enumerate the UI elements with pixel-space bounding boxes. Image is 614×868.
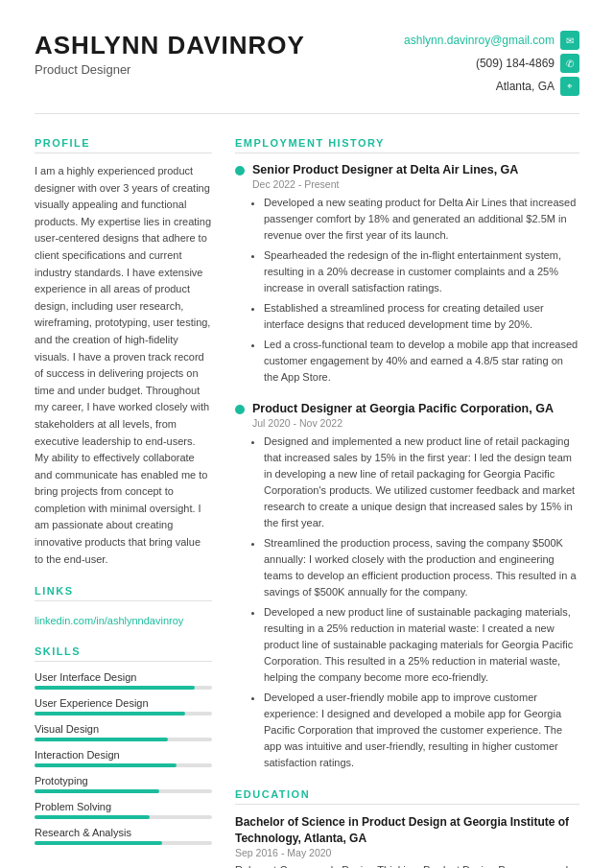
job-title-line: Product Designer at Georgia Pacific Corp… bbox=[235, 402, 579, 415]
skill-name: Research & Analysis bbox=[35, 827, 212, 838]
job-bullet: Streamlined the production process, savi… bbox=[264, 535, 579, 600]
skill-name: Visual Design bbox=[35, 723, 212, 735]
location-contact: Atlanta, GA ⌖ bbox=[496, 77, 579, 96]
phone-text: (509) 184-4869 bbox=[476, 57, 555, 70]
education-section-title: EDUCATION bbox=[235, 788, 579, 805]
job-bullet: Developed a user-friendly mobile app to … bbox=[264, 690, 579, 771]
skill-bar-fill bbox=[35, 686, 195, 690]
skill-bar-bg bbox=[35, 763, 212, 767]
resume-container: ASHLYNN DAVINROY Product Designer ashlyn… bbox=[0, 0, 614, 868]
skill-name: User Interface Design bbox=[35, 671, 212, 683]
employment-section-title: EMPLOYMENT HISTORY bbox=[235, 137, 579, 153]
email-link[interactable]: ashlynn.davinroy@gmail.com bbox=[404, 34, 555, 47]
education-entry: Bachelor of Science in Product Design at… bbox=[235, 814, 579, 868]
location-icon: ⌖ bbox=[560, 77, 579, 96]
skill-bar-fill bbox=[35, 712, 185, 716]
header-left: ASHLYNN DAVINROY Product Designer bbox=[35, 31, 305, 77]
job-date: Dec 2022 - Present bbox=[252, 178, 579, 190]
edu-degree: Bachelor of Science in Product Design at… bbox=[235, 814, 579, 847]
job-title: Product Designer at Georgia Pacific Corp… bbox=[252, 402, 554, 415]
job-entry: Product Designer at Georgia Pacific Corp… bbox=[235, 402, 579, 772]
job-dot bbox=[235, 166, 245, 176]
skill-bar-fill bbox=[35, 789, 159, 793]
left-column: PROFILE I am a highly experienced produc… bbox=[35, 137, 212, 868]
skills-section-title: SKILLS bbox=[35, 645, 212, 662]
location-text: Atlanta, GA bbox=[496, 80, 555, 93]
skill-item: Prototyping bbox=[35, 775, 212, 793]
header: ASHLYNN DAVINROY Product Designer ashlyn… bbox=[35, 31, 579, 114]
skill-bar-bg bbox=[35, 712, 212, 716]
job-bullets: Developed a new seating product for Delt… bbox=[252, 195, 579, 387]
job-bullets: Designed and implemented a new product l… bbox=[252, 434, 579, 772]
job-bullet: Led a cross-functional team to develop a… bbox=[264, 337, 579, 386]
skill-name: Interaction Design bbox=[35, 749, 212, 761]
edu-coursework: Relevant Coursework: Design Thinking, Pr… bbox=[235, 862, 579, 868]
job-dot bbox=[235, 405, 245, 414]
job-bullet: Developed a new seating product for Delt… bbox=[264, 195, 579, 244]
edu-date: Sep 2016 - May 2020 bbox=[235, 847, 579, 858]
skill-bar-fill bbox=[35, 738, 168, 741]
skill-item: Visual Design bbox=[35, 723, 212, 741]
skill-item: Interaction Design bbox=[35, 749, 212, 767]
job-bullet: Designed and implemented a new product l… bbox=[264, 434, 579, 531]
phone-contact: (509) 184-4869 ✆ bbox=[476, 54, 579, 73]
profile-text: I am a highly experienced product design… bbox=[35, 163, 212, 568]
skill-bar-bg bbox=[35, 686, 212, 690]
skills-list: User Interface Design User Experience De… bbox=[35, 671, 212, 845]
skill-item: User Experience Design bbox=[35, 697, 212, 716]
skill-name: Prototyping bbox=[35, 775, 212, 786]
job-bullet: Spearheaded the redesign of the in-fligh… bbox=[264, 247, 579, 296]
main-body: PROFILE I am a highly experienced produc… bbox=[35, 137, 579, 868]
skill-bar-fill bbox=[35, 763, 177, 767]
job-title-line: Senior Product Designer at Delta Air Lin… bbox=[235, 163, 579, 176]
skill-bar-fill bbox=[35, 815, 150, 819]
job-entry: Senior Product Designer at Delta Air Lin… bbox=[235, 163, 579, 387]
job-title: Senior Product Designer at Delta Air Lin… bbox=[252, 163, 518, 176]
email-contact: ashlynn.davinroy@gmail.com ✉ bbox=[404, 31, 579, 50]
skill-bar-bg bbox=[35, 789, 212, 793]
employment-list: Senior Product Designer at Delta Air Lin… bbox=[235, 163, 579, 771]
skill-bar-bg bbox=[35, 841, 212, 845]
phone-icon: ✆ bbox=[560, 54, 579, 73]
job-date: Jul 2020 - Nov 2022 bbox=[252, 417, 579, 429]
job-bullet: Established a streamlined process for cr… bbox=[264, 300, 579, 333]
email-icon: ✉ bbox=[560, 31, 579, 50]
job-bullet: Developed a new product line of sustaina… bbox=[264, 604, 579, 686]
links-section: linkedin.com/in/ashlynndavinroy bbox=[35, 611, 212, 628]
skill-name: User Experience Design bbox=[35, 697, 212, 709]
skill-item: Problem Solving bbox=[35, 801, 212, 819]
skill-bar-fill bbox=[35, 841, 162, 845]
skill-bar-bg bbox=[35, 738, 212, 741]
skill-bar-bg bbox=[35, 815, 212, 819]
profile-section-title: PROFILE bbox=[35, 137, 212, 153]
header-right: ashlynn.davinroy@gmail.com ✉ (509) 184-4… bbox=[404, 31, 579, 96]
candidate-title: Product Designer bbox=[35, 62, 305, 77]
right-column: EMPLOYMENT HISTORY Senior Product Design… bbox=[235, 137, 579, 868]
candidate-name: ASHLYNN DAVINROY bbox=[35, 31, 305, 60]
links-section-title: LINKS bbox=[35, 585, 212, 601]
skill-name: Problem Solving bbox=[35, 801, 212, 812]
skill-item: Research & Analysis bbox=[35, 827, 212, 845]
linkedin-link[interactable]: linkedin.com/in/ashlynndavinroy bbox=[35, 615, 183, 626]
skill-item: User Interface Design bbox=[35, 671, 212, 690]
